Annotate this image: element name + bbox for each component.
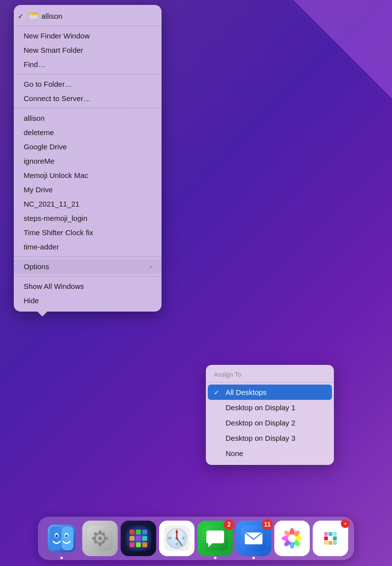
messages-badge: 2 (224, 519, 234, 530)
svg-rect-56 (333, 536, 337, 540)
svg-rect-10 (98, 531, 101, 534)
menu-item-connect-to-server[interactable]: Connect to Server… (14, 91, 162, 106)
submenu-item-display-1[interactable]: ✓ Desktop on Display 1 (206, 400, 334, 415)
submenu-divider (206, 382, 334, 383)
menu-item-google-drive[interactable]: Google Drive (14, 140, 162, 154)
svg-point-33 (176, 537, 178, 540)
submenu-header: Assign To (206, 369, 334, 381)
svg-point-50 (288, 534, 296, 542)
menu-item-allison-checked[interactable]: ✓ allison (14, 9, 162, 23)
slack-icon (318, 526, 343, 551)
submenu-item-display-3[interactable]: ✓ Desktop on Display 3 (206, 430, 334, 446)
launchpad-icon (126, 526, 151, 551)
menu-divider-3 (14, 108, 162, 108)
svg-rect-2 (62, 527, 73, 550)
svg-rect-21 (142, 530, 147, 534)
menu-item-my-drive[interactable]: My Drive (14, 182, 162, 197)
system-preferences-icon (87, 526, 113, 551)
menu-item-options[interactable]: Options › (14, 259, 162, 274)
svg-rect-53 (324, 532, 328, 536)
submenu-item-none[interactable]: ✓ None (206, 446, 334, 461)
svg-rect-55 (333, 532, 337, 536)
mail-badge: 11 (262, 519, 273, 530)
svg-rect-13 (104, 537, 108, 540)
safari-icon: N S W E (164, 526, 190, 551)
svg-rect-54 (328, 532, 332, 536)
svg-rect-12 (92, 537, 96, 540)
menu-divider-1 (14, 26, 162, 26)
menu-item-ignoreme[interactable]: ignoreMe (14, 154, 162, 168)
svg-text:N: N (175, 531, 178, 534)
menu-divider-2 (14, 74, 162, 74)
svg-rect-25 (130, 542, 134, 547)
submenu-item-all-desktops[interactable]: ✓ All Desktops (208, 385, 332, 400)
mail-icon (241, 526, 266, 551)
menu-item-nc2021[interactable]: NC_2021_11_21 (14, 197, 162, 211)
menu-item-new-smart-folder[interactable]: New Smart Folder (14, 43, 162, 57)
menu-item-deleteme[interactable]: deleteme (14, 125, 162, 140)
finder-icon (29, 12, 38, 20)
svg-rect-1 (50, 527, 62, 550)
svg-rect-26 (136, 542, 141, 547)
submenu-checkmark-icon: ✓ (214, 389, 222, 396)
menu-item-allison-label: allison (41, 12, 63, 20)
checkmark-icon: ✓ (18, 12, 26, 20)
submenu-item-display-2[interactable]: ✓ Desktop on Display 2 (206, 415, 334, 430)
svg-rect-59 (324, 541, 328, 545)
finder-app-icon (48, 525, 75, 552)
dock-item-messages[interactable]: 2 (197, 521, 233, 556)
svg-rect-23 (136, 536, 141, 541)
messages-icon (202, 526, 228, 551)
submenu-arrow-icon: › (150, 263, 152, 270)
assign-to-submenu: Assign To ✓ All Desktops ✓ Desktop on Di… (206, 365, 334, 465)
svg-rect-22 (130, 536, 134, 541)
dock-item-mail[interactable]: 11 (236, 521, 271, 556)
svg-rect-11 (98, 542, 101, 546)
svg-rect-57 (333, 541, 337, 545)
menu-item-allison[interactable]: allison (14, 111, 162, 125)
messages-dock-dot (214, 557, 217, 559)
menu-item-find[interactable]: Find… (14, 57, 162, 71)
svg-point-6 (65, 534, 68, 537)
menu-item-new-finder-window[interactable]: New Finder Window (14, 29, 162, 43)
svg-rect-52 (324, 536, 328, 540)
menu-item-time-shifter[interactable]: Time Shifter Clock fix (14, 225, 162, 240)
dock-item-safari[interactable]: N S W E (159, 521, 195, 556)
menu-item-go-to-folder[interactable]: Go to Folder… (14, 77, 162, 91)
menu-divider-5 (14, 276, 162, 277)
svg-point-9 (98, 536, 102, 540)
svg-rect-27 (142, 542, 147, 547)
mail-dock-dot (253, 557, 255, 559)
finder-dock-dot (61, 557, 63, 559)
svg-rect-58 (328, 541, 332, 545)
svg-rect-19 (130, 530, 134, 534)
svg-text:W: W (168, 536, 172, 540)
menu-divider-4 (14, 256, 162, 257)
dock-item-photos[interactable] (274, 521, 310, 556)
dock-item-slack[interactable]: • (313, 521, 348, 556)
finder-context-menu: ✓ allison New Finder Window New Smart Fo… (14, 5, 162, 312)
menu-item-show-all-windows[interactable]: Show All Windows (14, 279, 162, 293)
svg-rect-51 (318, 526, 343, 551)
svg-text:S: S (176, 542, 178, 546)
dock-item-launchpad[interactable] (121, 521, 156, 556)
dock: N S W E 2 (38, 517, 354, 560)
menu-item-time-adder[interactable]: time-adder (14, 240, 162, 254)
svg-rect-20 (136, 530, 141, 534)
svg-rect-24 (142, 536, 147, 541)
slack-badge: • (341, 519, 350, 528)
menu-item-hide[interactable]: Hide (14, 293, 162, 308)
svg-point-4 (56, 534, 58, 537)
bg-decoration (294, 0, 392, 99)
photos-icon (279, 526, 305, 551)
svg-text:E: E (183, 536, 185, 540)
dock-item-system-preferences[interactable] (82, 521, 118, 556)
menu-item-memoji-unlock-mac[interactable]: Memoji Unlock Mac (14, 168, 162, 182)
menu-item-steps-memoji[interactable]: steps-memoji_login (14, 211, 162, 225)
dock-item-finder[interactable] (44, 521, 79, 556)
